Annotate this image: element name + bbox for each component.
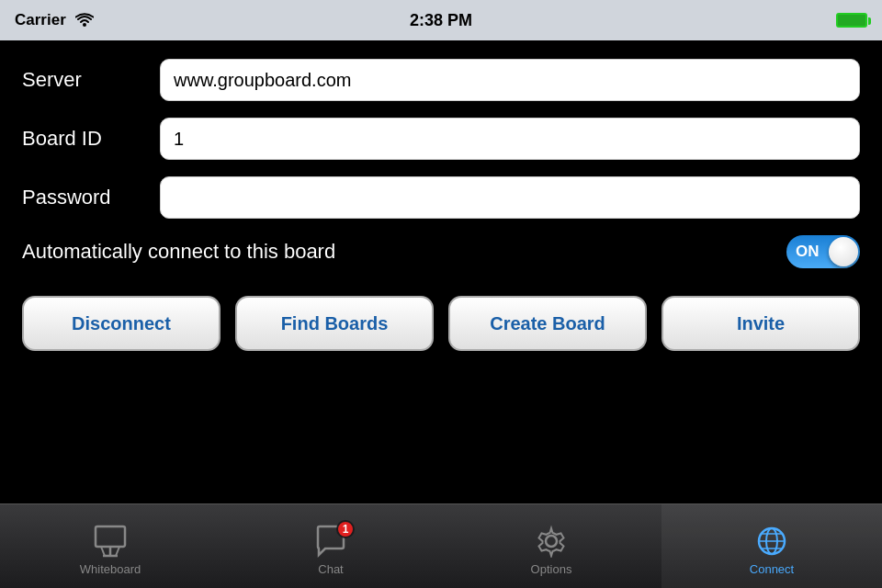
chat-badge: 1 [336,520,355,538]
battery-icon [836,13,867,28]
password-row: Password [22,176,860,219]
find-boards-button[interactable]: Find Boards [235,296,434,351]
svg-rect-1 [96,526,125,547]
server-label: Server [22,68,160,92]
board-id-row: Board ID [22,118,860,160]
tab-connect[interactable]: Connect [662,504,882,588]
wifi-icon [75,13,94,28]
status-time: 2:38 PM [410,11,472,30]
toggle-knob [829,237,858,266]
action-buttons-row: Disconnect Find Boards Create Board Invi… [22,296,860,351]
board-id-label: Board ID [22,127,160,151]
tab-bar: Whiteboard 1 Chat Options [0,503,882,588]
connect-icon-wrap [752,524,792,559]
create-board-button[interactable]: Create Board [448,296,647,351]
board-id-input[interactable] [160,118,860,160]
whiteboard-tab-label: Whiteboard [80,562,141,576]
carrier-label: Carrier [15,11,66,29]
gear-icon [533,525,570,558]
main-content: Server Board ID Password Automatically c… [0,40,882,503]
whiteboard-icon [92,525,129,558]
tab-whiteboard[interactable]: Whiteboard [0,504,220,588]
svg-point-0 [83,23,86,27]
auto-connect-row: Automatically connect to this board ON [22,235,860,268]
status-bar: Carrier 2:38 PM [0,0,882,40]
tab-options[interactable]: Options [441,504,662,588]
connect-tab-label: Connect [750,562,794,576]
svg-line-5 [116,547,119,556]
options-icon-wrap [531,524,571,559]
svg-point-6 [546,536,557,547]
status-left: Carrier [15,11,94,29]
auto-connect-toggle[interactable]: ON [786,235,860,268]
auto-connect-label: Automatically connect to this board [22,240,335,264]
svg-line-4 [101,547,105,556]
server-input[interactable] [160,59,860,101]
connect-icon [753,525,790,558]
password-input[interactable] [160,176,860,219]
tab-chat[interactable]: 1 Chat [220,504,441,588]
chat-tab-label: Chat [318,562,343,576]
status-right [836,13,867,28]
invite-button[interactable]: Invite [662,296,860,351]
password-label: Password [22,186,160,209]
chat-icon-wrap: 1 [311,524,351,559]
whiteboard-icon-wrap [90,524,130,559]
toggle-label: ON [796,243,820,261]
options-tab-label: Options [531,562,572,576]
server-row: Server [22,59,860,101]
disconnect-button[interactable]: Disconnect [22,296,220,351]
